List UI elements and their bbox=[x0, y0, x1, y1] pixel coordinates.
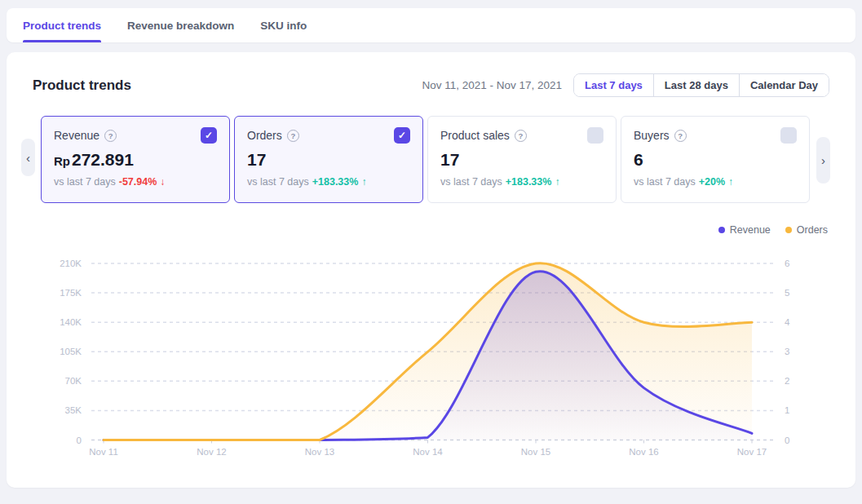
tab-label: Revenue breakdown bbox=[127, 20, 234, 32]
chevron-left-icon: ‹ bbox=[26, 151, 30, 165]
chart-legend: Revenue Orders bbox=[718, 224, 828, 236]
last-7-days-button[interactable]: Last 7 days bbox=[574, 74, 653, 96]
svg-text:Nov 13: Nov 13 bbox=[305, 447, 334, 457]
delta-value: +183.33% bbox=[506, 176, 552, 188]
date-range-label: Nov 11, 2021 - Nov 17, 2021 bbox=[422, 79, 562, 91]
carousel-prev-button[interactable]: ‹ bbox=[21, 139, 35, 176]
orders-dot-icon bbox=[785, 227, 792, 233]
product-sales-checkbox[interactable]: ✓ bbox=[587, 127, 603, 144]
check-icon: ✓ bbox=[398, 130, 406, 141]
date-range-button-group: Last 7 days Last 28 days Calendar Day bbox=[573, 73, 829, 97]
svg-text:140K: 140K bbox=[60, 317, 82, 327]
legend-item-revenue[interactable]: Revenue bbox=[718, 224, 771, 236]
svg-text:35K: 35K bbox=[65, 405, 82, 415]
svg-text:Nov 14: Nov 14 bbox=[413, 447, 443, 457]
value-number: 17 bbox=[247, 150, 266, 169]
metric-value: Rp272.891 bbox=[54, 150, 217, 170]
tab-label: SKU info bbox=[260, 20, 307, 32]
legend-label: Revenue bbox=[730, 224, 771, 236]
tab-bar: Product trends Revenue breakdown SKU inf… bbox=[7, 8, 855, 42]
value-number: 6 bbox=[634, 150, 643, 169]
svg-text:6: 6 bbox=[785, 259, 789, 268]
svg-text:70K: 70K bbox=[65, 376, 82, 386]
value-number: 272.891 bbox=[72, 150, 134, 169]
orders-checkbox[interactable]: ✓ bbox=[394, 127, 410, 144]
svg-text:Nov 11: Nov 11 bbox=[89, 447, 118, 457]
svg-text:2: 2 bbox=[785, 376, 789, 386]
card-title: Product sales bbox=[440, 129, 510, 142]
trend-line-chart: 0035K170K2105K3140K4175K5210K6Nov 11Nov … bbox=[7, 248, 855, 470]
card-title: Buyers bbox=[634, 129, 670, 142]
buyers-checkbox[interactable]: ✓ bbox=[780, 127, 797, 144]
down-arrow-icon: ↓ bbox=[160, 176, 165, 188]
tab-product-trends[interactable]: Product trends bbox=[23, 8, 101, 42]
help-icon[interactable]: ? bbox=[515, 130, 527, 142]
compare-label: vs last 7 days bbox=[634, 176, 696, 188]
svg-text:0: 0 bbox=[785, 435, 789, 445]
compare-label: vs last 7 days bbox=[247, 176, 309, 188]
svg-text:175K: 175K bbox=[60, 288, 82, 298]
delta-value: -57.94% bbox=[119, 176, 157, 188]
up-arrow-icon: ↑ bbox=[361, 176, 366, 188]
metric-cards-row: Revenue ? ✓ Rp272.891 vs last 7 days -57… bbox=[41, 116, 810, 203]
svg-text:Nov 12: Nov 12 bbox=[197, 447, 226, 457]
delta-value: +183.33% bbox=[312, 176, 359, 188]
tab-label: Product trends bbox=[23, 20, 101, 32]
svg-text:Nov 15: Nov 15 bbox=[521, 447, 550, 457]
metric-value: 6 bbox=[634, 150, 797, 170]
svg-text:5: 5 bbox=[785, 288, 789, 298]
page-title: Product trends bbox=[33, 77, 131, 94]
date-controls: Nov 11, 2021 - Nov 17, 2021 Last 7 days … bbox=[422, 73, 829, 97]
carousel-next-button[interactable]: › bbox=[816, 137, 830, 183]
help-icon[interactable]: ? bbox=[674, 130, 687, 142]
last-28-days-button[interactable]: Last 28 days bbox=[653, 74, 739, 96]
chevron-right-icon: › bbox=[821, 153, 825, 167]
svg-text:210K: 210K bbox=[60, 259, 82, 268]
metric-value: 17 bbox=[440, 150, 603, 170]
metric-value: 17 bbox=[247, 150, 410, 170]
help-icon[interactable]: ? bbox=[287, 130, 299, 142]
svg-text:4: 4 bbox=[785, 317, 790, 327]
svg-text:Nov 17: Nov 17 bbox=[737, 447, 767, 457]
svg-text:1: 1 bbox=[785, 405, 789, 415]
up-arrow-icon: ↑ bbox=[555, 176, 559, 188]
svg-text:3: 3 bbox=[785, 347, 789, 356]
legend-item-orders[interactable]: Orders bbox=[785, 224, 828, 236]
svg-text:0: 0 bbox=[77, 435, 82, 445]
metric-card-orders[interactable]: Orders ? ✓ 17 vs last 7 days +183.33% ↑ bbox=[234, 116, 423, 203]
value-number: 17 bbox=[440, 150, 459, 169]
up-arrow-icon: ↑ bbox=[728, 176, 733, 188]
svg-text:105K: 105K bbox=[60, 347, 82, 356]
metric-card-product-sales[interactable]: Product sales ? ✓ 17 vs last 7 days +183… bbox=[427, 116, 617, 203]
revenue-checkbox[interactable]: ✓ bbox=[201, 127, 217, 144]
metric-card-revenue[interactable]: Revenue ? ✓ Rp272.891 vs last 7 days -57… bbox=[41, 116, 230, 203]
metric-card-buyers[interactable]: Buyers ? ✓ 6 vs last 7 days +20% ↑ bbox=[621, 116, 810, 203]
card-title: Orders bbox=[247, 129, 282, 142]
calendar-day-button[interactable]: Calendar Day bbox=[739, 74, 829, 96]
help-icon[interactable]: ? bbox=[104, 130, 117, 142]
legend-label: Orders bbox=[797, 224, 828, 236]
tab-revenue-breakdown[interactable]: Revenue breakdown bbox=[127, 8, 234, 42]
currency-prefix: Rp bbox=[54, 154, 70, 168]
check-icon: ✓ bbox=[205, 130, 213, 141]
panel-header: Product trends Nov 11, 2021 - Nov 17, 20… bbox=[7, 52, 855, 97]
product-trends-panel: Product trends Nov 11, 2021 - Nov 17, 20… bbox=[7, 52, 855, 488]
svg-text:Nov 16: Nov 16 bbox=[629, 447, 658, 457]
compare-label: vs last 7 days bbox=[440, 176, 502, 188]
compare-label: vs last 7 days bbox=[54, 176, 116, 188]
tab-sku-info[interactable]: SKU info bbox=[260, 8, 307, 42]
delta-value: +20% bbox=[699, 176, 725, 188]
card-title: Revenue bbox=[54, 129, 99, 142]
revenue-dot-icon bbox=[718, 227, 725, 233]
